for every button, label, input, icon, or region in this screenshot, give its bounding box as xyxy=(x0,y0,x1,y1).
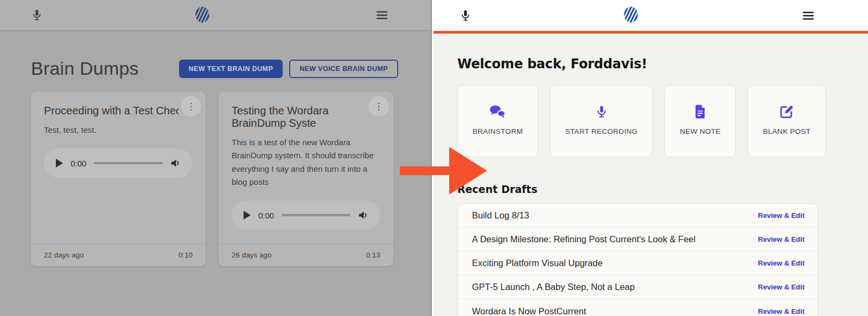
card-kebab-menu-button[interactable]: ⋮ xyxy=(181,96,201,117)
card-body-text: This is a test of the new Wordara BrainD… xyxy=(232,136,380,189)
card-footer: 22 days ago 0:10 xyxy=(31,243,206,266)
review-edit-link[interactable]: Review & Edit xyxy=(758,307,805,315)
draft-row: Wordara Is Now PostCurrent Review & Edit xyxy=(458,299,818,316)
card-footer: 26 days ago 0:13 xyxy=(219,243,393,266)
review-edit-link[interactable]: Review & Edit xyxy=(758,235,805,243)
brain-dumps-content: Brain Dumps NEW TEXT BRAIN DUMP NEW VOIC… xyxy=(0,58,431,266)
action-label: BRAINSTORM xyxy=(473,127,523,136)
blank-post-card[interactable]: BLANK POST xyxy=(748,85,826,157)
edit-icon xyxy=(780,104,794,119)
app-logo[interactable] xyxy=(194,5,210,26)
audio-player: 0:00 xyxy=(44,149,193,178)
new-note-card[interactable]: NEW NOTE xyxy=(665,85,736,157)
review-edit-link[interactable]: Review & Edit xyxy=(758,259,805,267)
volume-icon[interactable] xyxy=(170,158,181,168)
brain-dump-card: ⋮ Testing the Wordara BrainDump Syste Th… xyxy=(219,92,393,266)
play-icon[interactable] xyxy=(244,211,251,220)
hamburger-menu-button[interactable] xyxy=(803,11,814,20)
right-app-header xyxy=(433,0,868,31)
microphone-icon xyxy=(596,104,608,119)
page-title: Brain Dumps xyxy=(31,58,139,79)
split-screenshot: Brain Dumps NEW TEXT BRAIN DUMP NEW VOIC… xyxy=(0,0,868,316)
hamburger-menu-button[interactable] xyxy=(376,11,387,20)
play-icon[interactable] xyxy=(56,159,63,167)
card-kebab-menu-button[interactable]: ⋮ xyxy=(368,96,389,117)
draft-row: GPT-5 Launch , A Baby Step, Not a Leap R… xyxy=(458,275,818,299)
audio-progress-slider[interactable] xyxy=(282,214,350,216)
right-panel-dashboard: Welcome back, Forddavis! BRAINSTORM xyxy=(432,0,868,316)
recent-drafts-heading: Recent Drafts xyxy=(457,183,868,195)
hamburger-icon xyxy=(376,11,387,20)
action-label: START RECORDING xyxy=(565,127,638,136)
action-label: BLANK POST xyxy=(763,127,810,136)
start-recording-card[interactable]: START RECORDING xyxy=(550,85,653,157)
left-panel-brain-dumps: Brain Dumps NEW TEXT BRAIN DUMP NEW VOIC… xyxy=(0,0,432,316)
draft-title: Exciting Platform Visual Upgrade xyxy=(472,258,603,268)
draft-title: Wordara Is Now PostCurrent xyxy=(472,306,586,316)
quick-actions: BRAINSTORM START RECORDING xyxy=(457,85,868,157)
microphone-button[interactable] xyxy=(31,9,42,22)
draft-row: Build Log 8/13 Review & Edit xyxy=(458,204,818,228)
app-logo[interactable] xyxy=(623,5,639,26)
new-text-brain-dump-button[interactable]: NEW TEXT BRAIN DUMP xyxy=(179,60,283,78)
action-label: NEW NOTE xyxy=(680,127,720,136)
audio-current-time: 0:00 xyxy=(71,159,86,168)
microphone-icon xyxy=(31,9,42,22)
note-icon xyxy=(694,104,706,119)
audio-progress-slider[interactable] xyxy=(94,162,163,164)
volume-icon[interactable] xyxy=(358,210,368,220)
card-body-text: Test, test, test. xyxy=(44,124,193,137)
card-duration: 0:13 xyxy=(366,251,380,259)
card-title: Testing the Wordara BrainDump Syste xyxy=(232,105,366,130)
welcome-heading: Welcome back, Forddavis! xyxy=(457,56,868,72)
audio-current-time: 0:00 xyxy=(258,211,274,220)
audio-player: 0:00 xyxy=(232,201,380,230)
recent-drafts-list: Build Log 8/13 Review & Edit A Design Mi… xyxy=(457,203,818,316)
logo-icon xyxy=(194,5,210,24)
microphone-icon xyxy=(460,9,471,22)
brainstorm-card[interactable]: BRAINSTORM xyxy=(457,85,538,157)
draft-title: GPT-5 Launch , A Baby Step, Not a Leap xyxy=(472,282,635,292)
draft-title: Build Log 8/13 xyxy=(472,210,529,221)
card-title: Proceeding with a Test Checklist xyxy=(44,105,178,117)
draft-row: A Design Milestone: Refining Post Curren… xyxy=(458,228,818,251)
header-accent-bar xyxy=(433,31,868,34)
review-edit-link[interactable]: Review & Edit xyxy=(758,211,805,220)
review-edit-link[interactable]: Review & Edit xyxy=(758,283,805,291)
microphone-button[interactable] xyxy=(460,9,471,22)
card-date: 22 days ago xyxy=(44,251,84,259)
card-date: 26 days ago xyxy=(232,251,272,259)
new-voice-brain-dump-button[interactable]: NEW VOICE BRAIN DUMP xyxy=(289,60,398,78)
chat-bubbles-icon xyxy=(489,104,506,119)
hamburger-icon xyxy=(803,11,814,20)
brain-dump-card: ⋮ Proceeding with a Test Checklist Test,… xyxy=(31,92,206,266)
logo-icon xyxy=(623,5,639,24)
left-app-header xyxy=(0,0,431,31)
dashboard-content: Welcome back, Forddavis! BRAINSTORM xyxy=(433,56,868,316)
draft-title: A Design Milestone: Refining Post Curren… xyxy=(472,234,695,244)
draft-row: Exciting Platform Visual Upgrade Review … xyxy=(458,251,818,275)
card-duration: 0:10 xyxy=(178,251,193,259)
